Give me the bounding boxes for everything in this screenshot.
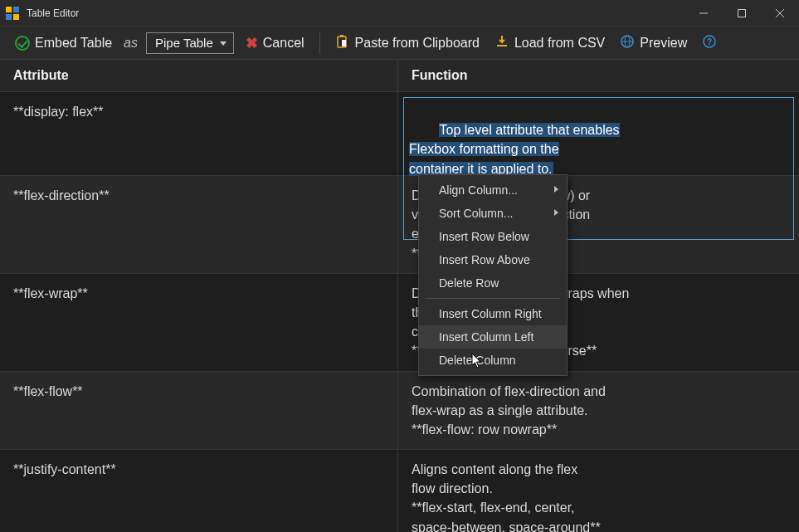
clipboard-icon [335,34,350,52]
cell-attribute[interactable]: **flex-wrap** [0,274,398,371]
cancel-label: Cancel [263,36,304,51]
svg-rect-3 [13,14,19,20]
csv-label: Load from CSV [514,36,605,51]
selected-text: Top level attribute that enables Flexbox… [409,123,620,175]
preview-label: Preview [640,36,687,51]
window-controls [685,0,799,27]
table-mode-dropdown[interactable]: Pipe Table [146,32,234,54]
menu-separator [426,298,560,299]
paste-clipboard-button[interactable]: Paste from Clipboard [332,32,483,54]
svg-rect-2 [6,14,12,20]
menu-insert-column-right[interactable]: Insert Column Right [419,302,567,325]
menu-sort-column[interactable]: Sort Column... [419,202,567,225]
svg-rect-9 [340,35,343,37]
context-menu: Align Column... Sort Column... Insert Ro… [418,174,568,376]
cell-attribute[interactable]: **display: flex** [0,92,398,175]
menu-insert-row-above[interactable]: Insert Row Above [419,248,567,271]
cell-function[interactable]: Combination of flex-direction and flex-w… [398,372,799,450]
close-icon: ✖ [246,34,258,52]
separator [319,32,320,54]
download-icon [495,34,509,52]
column-header-function[interactable]: Function [398,60,799,91]
globe-icon [620,34,635,52]
svg-rect-1 [13,7,19,12]
table-editor: Attribute Function **display: flex** Top… [0,60,799,532]
svg-rect-5 [738,9,746,17]
cell-function[interactable]: Aligns content along the flex flow direc… [398,450,799,532]
table-row: **justify-content** Aligns content along… [0,450,799,532]
check-icon [15,36,30,51]
minimize-button[interactable] [685,0,723,27]
as-label: as [124,36,138,51]
chevron-right-icon [554,186,558,193]
titlebar: Table Editor [0,0,799,27]
table-header-row: Attribute Function [0,60,799,92]
chevron-right-icon [554,209,558,216]
menu-delete-column[interactable]: Delete Column [419,349,567,372]
close-button[interactable] [761,0,799,27]
svg-rect-0 [6,7,12,12]
cell-function-editing[interactable]: Top level attribute that enables Flexbox… [398,92,799,175]
cell-attribute[interactable]: **justify-content** [0,450,398,532]
maximize-button[interactable] [723,0,761,27]
paste-label: Paste from Clipboard [355,36,480,51]
cell-attribute[interactable]: **flex-direction** [0,176,398,273]
table-row: **flex-wrap** Determines how content wra… [0,274,799,372]
menu-insert-column-left[interactable]: Insert Column Left [419,325,567,349]
table-row: **flex-direction** Determines horizontal… [0,176,799,274]
toolbar: Embed Table as Pipe Table ✖ Cancel Paste… [0,27,799,60]
menu-insert-row-below[interactable]: Insert Row Below [419,225,567,248]
cancel-button[interactable]: ✖ Cancel [242,32,308,54]
column-header-attribute[interactable]: Attribute [0,60,398,91]
mouse-cursor [471,353,483,372]
table-row: **display: flex** Top level attribute th… [0,92,799,176]
svg-text:?: ? [707,37,712,46]
preview-button[interactable]: Preview [616,32,690,54]
load-csv-button[interactable]: Load from CSV [491,32,608,54]
dropdown-value: Pipe Table [155,36,213,50]
window-title: Table Editor [27,7,685,19]
menu-align-column[interactable]: Align Column... [419,178,567,202]
menu-delete-row[interactable]: Delete Row [419,271,567,295]
embed-table-button[interactable]: Embed Table [12,34,115,52]
help-button[interactable]: ? [699,32,720,54]
app-icon [5,6,20,21]
embed-label: Embed Table [35,36,112,51]
table-row: **flex-flow** Combination of flex-direct… [0,372,799,451]
help-icon: ? [702,34,717,52]
cell-attribute[interactable]: **flex-flow** [0,372,398,450]
